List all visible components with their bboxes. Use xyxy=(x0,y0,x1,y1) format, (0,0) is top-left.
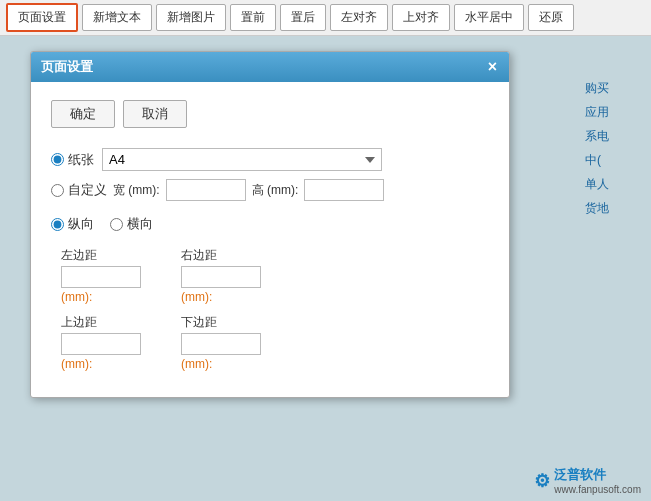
toolbar-btn-水平居中[interactable]: 水平居中 xyxy=(454,4,524,31)
dialog-close-button[interactable]: × xyxy=(486,59,499,75)
custom-radio-label[interactable]: 自定义 xyxy=(51,181,107,199)
dialog-header: 页面设置 × xyxy=(31,52,509,82)
top-margin-sublabel: (mm): xyxy=(61,357,141,371)
landscape-label[interactable]: 横向 xyxy=(110,215,153,233)
toolbar-btn-页面设置[interactable]: 页面设置 xyxy=(6,3,78,32)
width-input[interactable] xyxy=(166,179,246,201)
custom-radio[interactable] xyxy=(51,184,64,197)
paper-radio[interactable] xyxy=(51,153,64,166)
bottom-margin-label: 下边距 xyxy=(181,314,261,331)
bottom-margin-input[interactable] xyxy=(181,333,261,355)
portrait-radio[interactable] xyxy=(51,218,64,231)
left-margins-group: 左边距 (mm): 上边距 (mm): xyxy=(61,247,141,377)
paper-radio-label[interactable]: 纸张 xyxy=(51,151,94,169)
paper-label-text: 纸张 xyxy=(68,151,94,169)
paper-row: 纸张 A4A3B5Letter自定义 xyxy=(51,148,489,171)
toolbar-btn-上对齐[interactable]: 上对齐 xyxy=(392,4,450,31)
right-margins-group: 右边距 (mm): 下边距 (mm): xyxy=(181,247,261,377)
width-label: 宽 (mm): xyxy=(113,182,160,199)
toolbar-btn-还原[interactable]: 还原 xyxy=(528,4,574,31)
height-label: 高 (mm): xyxy=(252,182,299,199)
margins-section: 左边距 (mm): 上边距 (mm): 右边距 (mm): xyxy=(61,247,489,377)
logo-url: www.fanpusoft.com xyxy=(554,484,641,495)
bottom-margin-sublabel: (mm): xyxy=(181,357,261,371)
left-margin-input[interactable] xyxy=(61,266,141,288)
logo-area: ⚙ 泛普软件 www.fanpusoft.com xyxy=(534,466,641,495)
top-margin-label: 上边距 xyxy=(61,314,141,331)
portrait-label[interactable]: 纵向 xyxy=(51,215,94,233)
dialog-overlay: 页面设置 × 确定 取消 纸张 A4A3B5Letter自定义 xyxy=(0,36,651,501)
top-margin-item: 上边距 (mm): xyxy=(61,314,141,371)
logo-info: 泛普软件 www.fanpusoft.com xyxy=(554,466,641,495)
landscape-text: 横向 xyxy=(127,215,153,233)
toolbar-btn-新增文本[interactable]: 新增文本 xyxy=(82,4,152,31)
toolbar-btn-置后[interactable]: 置后 xyxy=(280,4,326,31)
paper-section: 纸张 A4A3B5Letter自定义 自定义 宽 (mm): 高 (mm): xyxy=(51,148,489,201)
paper-select[interactable]: A4A3B5Letter自定义 xyxy=(102,148,382,171)
toolbar: 页面设置新增文本新增图片置前置后左对齐上对齐水平居中还原 xyxy=(0,0,651,36)
height-input[interactable] xyxy=(304,179,384,201)
landscape-radio[interactable] xyxy=(110,218,123,231)
right-margin-input[interactable] xyxy=(181,266,261,288)
top-margin-input[interactable] xyxy=(61,333,141,355)
toolbar-btn-左对齐[interactable]: 左对齐 xyxy=(330,4,388,31)
page-setup-dialog: 页面设置 × 确定 取消 纸张 A4A3B5Letter自定义 xyxy=(30,51,510,398)
right-margin-item: 右边距 (mm): xyxy=(181,247,261,304)
confirm-button[interactable]: 确定 xyxy=(51,100,115,128)
left-margin-sublabel: (mm): xyxy=(61,290,141,304)
custom-row: 自定义 宽 (mm): 高 (mm): xyxy=(51,179,489,201)
cancel-button[interactable]: 取消 xyxy=(123,100,187,128)
right-margin-sublabel: (mm): xyxy=(181,290,261,304)
bottom-margin-item: 下边距 (mm): xyxy=(181,314,261,371)
dialog-body: 确定 取消 纸张 A4A3B5Letter自定义 自定义 xyxy=(31,82,509,397)
logo-name: 泛普软件 xyxy=(554,466,641,484)
portrait-text: 纵向 xyxy=(68,215,94,233)
left-margin-item: 左边距 (mm): xyxy=(61,247,141,304)
right-margin-label: 右边距 xyxy=(181,247,261,264)
custom-label-text: 自定义 xyxy=(68,181,107,199)
left-margin-label: 左边距 xyxy=(61,247,141,264)
orientation-section: 纵向 横向 xyxy=(51,215,489,233)
toolbar-btn-新增图片[interactable]: 新增图片 xyxy=(156,4,226,31)
action-buttons-row: 确定 取消 xyxy=(51,92,489,132)
dialog-title: 页面设置 xyxy=(41,58,93,76)
logo-icon: ⚙ xyxy=(534,470,550,492)
toolbar-btn-置前[interactable]: 置前 xyxy=(230,4,276,31)
